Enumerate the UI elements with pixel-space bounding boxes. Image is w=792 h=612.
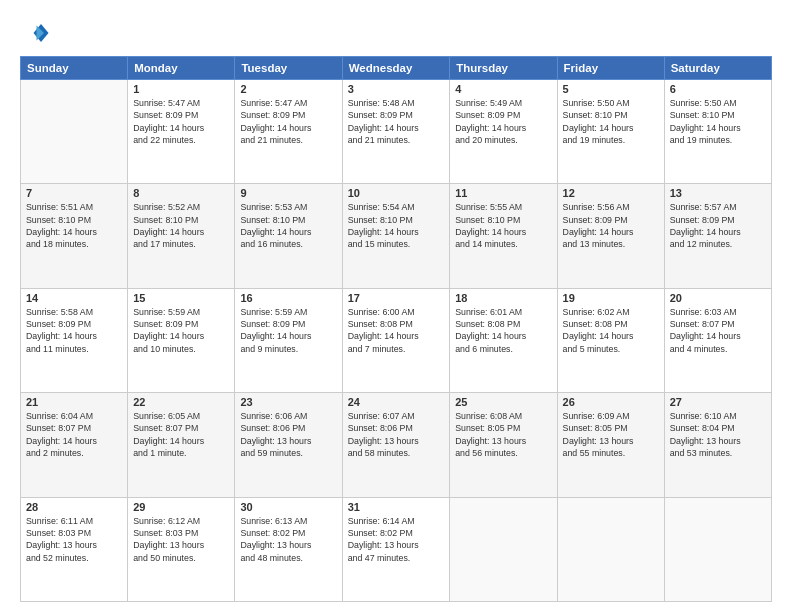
day-info: Sunrise: 6:12 AM Sunset: 8:03 PM Dayligh… [133, 515, 229, 564]
day-cell: 17Sunrise: 6:00 AM Sunset: 8:08 PM Dayli… [342, 288, 450, 392]
day-number: 2 [240, 83, 336, 95]
day-cell: 12Sunrise: 5:56 AM Sunset: 8:09 PM Dayli… [557, 184, 664, 288]
week-row-0: 1Sunrise: 5:47 AM Sunset: 8:09 PM Daylig… [21, 80, 772, 184]
day-cell: 16Sunrise: 5:59 AM Sunset: 8:09 PM Dayli… [235, 288, 342, 392]
day-number: 13 [670, 187, 766, 199]
day-info: Sunrise: 5:52 AM Sunset: 8:10 PM Dayligh… [133, 201, 229, 250]
day-info: Sunrise: 6:05 AM Sunset: 8:07 PM Dayligh… [133, 410, 229, 459]
day-cell: 10Sunrise: 5:54 AM Sunset: 8:10 PM Dayli… [342, 184, 450, 288]
day-number: 12 [563, 187, 659, 199]
day-info: Sunrise: 5:51 AM Sunset: 8:10 PM Dayligh… [26, 201, 122, 250]
logo [20, 18, 54, 48]
day-number: 26 [563, 396, 659, 408]
day-number: 20 [670, 292, 766, 304]
header-day-monday: Monday [128, 57, 235, 80]
day-cell: 3Sunrise: 5:48 AM Sunset: 8:09 PM Daylig… [342, 80, 450, 184]
day-cell: 19Sunrise: 6:02 AM Sunset: 8:08 PM Dayli… [557, 288, 664, 392]
day-number: 31 [348, 501, 445, 513]
day-number: 9 [240, 187, 336, 199]
day-number: 28 [26, 501, 122, 513]
day-number: 30 [240, 501, 336, 513]
day-cell: 30Sunrise: 6:13 AM Sunset: 8:02 PM Dayli… [235, 497, 342, 601]
header-day-saturday: Saturday [664, 57, 771, 80]
day-cell: 21Sunrise: 6:04 AM Sunset: 8:07 PM Dayli… [21, 393, 128, 497]
day-info: Sunrise: 6:06 AM Sunset: 8:06 PM Dayligh… [240, 410, 336, 459]
day-cell: 22Sunrise: 6:05 AM Sunset: 8:07 PM Dayli… [128, 393, 235, 497]
day-cell: 13Sunrise: 5:57 AM Sunset: 8:09 PM Dayli… [664, 184, 771, 288]
day-cell: 29Sunrise: 6:12 AM Sunset: 8:03 PM Dayli… [128, 497, 235, 601]
day-number: 18 [455, 292, 551, 304]
day-number: 6 [670, 83, 766, 95]
day-number: 7 [26, 187, 122, 199]
day-info: Sunrise: 6:11 AM Sunset: 8:03 PM Dayligh… [26, 515, 122, 564]
day-number: 27 [670, 396, 766, 408]
day-number: 17 [348, 292, 445, 304]
day-number: 3 [348, 83, 445, 95]
day-info: Sunrise: 5:59 AM Sunset: 8:09 PM Dayligh… [133, 306, 229, 355]
day-number: 10 [348, 187, 445, 199]
day-number: 22 [133, 396, 229, 408]
day-cell: 27Sunrise: 6:10 AM Sunset: 8:04 PM Dayli… [664, 393, 771, 497]
day-number: 23 [240, 396, 336, 408]
day-cell: 28Sunrise: 6:11 AM Sunset: 8:03 PM Dayli… [21, 497, 128, 601]
day-info: Sunrise: 6:01 AM Sunset: 8:08 PM Dayligh… [455, 306, 551, 355]
day-number: 29 [133, 501, 229, 513]
day-info: Sunrise: 6:10 AM Sunset: 8:04 PM Dayligh… [670, 410, 766, 459]
day-info: Sunrise: 6:09 AM Sunset: 8:05 PM Dayligh… [563, 410, 659, 459]
week-row-1: 7Sunrise: 5:51 AM Sunset: 8:10 PM Daylig… [21, 184, 772, 288]
day-number: 19 [563, 292, 659, 304]
page: SundayMondayTuesdayWednesdayThursdayFrid… [0, 0, 792, 612]
day-cell: 15Sunrise: 5:59 AM Sunset: 8:09 PM Dayli… [128, 288, 235, 392]
day-info: Sunrise: 5:47 AM Sunset: 8:09 PM Dayligh… [240, 97, 336, 146]
day-number: 24 [348, 396, 445, 408]
day-cell: 25Sunrise: 6:08 AM Sunset: 8:05 PM Dayli… [450, 393, 557, 497]
day-info: Sunrise: 5:59 AM Sunset: 8:09 PM Dayligh… [240, 306, 336, 355]
logo-icon [20, 18, 50, 48]
day-cell: 9Sunrise: 5:53 AM Sunset: 8:10 PM Daylig… [235, 184, 342, 288]
day-info: Sunrise: 5:57 AM Sunset: 8:09 PM Dayligh… [670, 201, 766, 250]
day-number: 11 [455, 187, 551, 199]
day-info: Sunrise: 5:49 AM Sunset: 8:09 PM Dayligh… [455, 97, 551, 146]
header-day-wednesday: Wednesday [342, 57, 450, 80]
day-cell [21, 80, 128, 184]
calendar-table: SundayMondayTuesdayWednesdayThursdayFrid… [20, 56, 772, 602]
day-cell: 7Sunrise: 5:51 AM Sunset: 8:10 PM Daylig… [21, 184, 128, 288]
day-cell: 4Sunrise: 5:49 AM Sunset: 8:09 PM Daylig… [450, 80, 557, 184]
day-info: Sunrise: 5:53 AM Sunset: 8:10 PM Dayligh… [240, 201, 336, 250]
day-cell: 5Sunrise: 5:50 AM Sunset: 8:10 PM Daylig… [557, 80, 664, 184]
day-number: 25 [455, 396, 551, 408]
day-info: Sunrise: 6:08 AM Sunset: 8:05 PM Dayligh… [455, 410, 551, 459]
day-number: 1 [133, 83, 229, 95]
day-cell: 24Sunrise: 6:07 AM Sunset: 8:06 PM Dayli… [342, 393, 450, 497]
day-info: Sunrise: 6:07 AM Sunset: 8:06 PM Dayligh… [348, 410, 445, 459]
day-info: Sunrise: 6:13 AM Sunset: 8:02 PM Dayligh… [240, 515, 336, 564]
week-row-3: 21Sunrise: 6:04 AM Sunset: 8:07 PM Dayli… [21, 393, 772, 497]
day-info: Sunrise: 5:48 AM Sunset: 8:09 PM Dayligh… [348, 97, 445, 146]
day-number: 21 [26, 396, 122, 408]
day-info: Sunrise: 6:03 AM Sunset: 8:07 PM Dayligh… [670, 306, 766, 355]
week-row-2: 14Sunrise: 5:58 AM Sunset: 8:09 PM Dayli… [21, 288, 772, 392]
header-day-friday: Friday [557, 57, 664, 80]
day-info: Sunrise: 5:58 AM Sunset: 8:09 PM Dayligh… [26, 306, 122, 355]
day-cell: 14Sunrise: 5:58 AM Sunset: 8:09 PM Dayli… [21, 288, 128, 392]
day-number: 15 [133, 292, 229, 304]
day-cell: 1Sunrise: 5:47 AM Sunset: 8:09 PM Daylig… [128, 80, 235, 184]
day-info: Sunrise: 5:55 AM Sunset: 8:10 PM Dayligh… [455, 201, 551, 250]
week-row-4: 28Sunrise: 6:11 AM Sunset: 8:03 PM Dayli… [21, 497, 772, 601]
day-info: Sunrise: 5:56 AM Sunset: 8:09 PM Dayligh… [563, 201, 659, 250]
day-number: 14 [26, 292, 122, 304]
header-row: SundayMondayTuesdayWednesdayThursdayFrid… [21, 57, 772, 80]
day-cell: 6Sunrise: 5:50 AM Sunset: 8:10 PM Daylig… [664, 80, 771, 184]
header-day-sunday: Sunday [21, 57, 128, 80]
day-info: Sunrise: 5:50 AM Sunset: 8:10 PM Dayligh… [563, 97, 659, 146]
day-cell: 8Sunrise: 5:52 AM Sunset: 8:10 PM Daylig… [128, 184, 235, 288]
day-number: 5 [563, 83, 659, 95]
day-info: Sunrise: 5:54 AM Sunset: 8:10 PM Dayligh… [348, 201, 445, 250]
header-day-thursday: Thursday [450, 57, 557, 80]
header [20, 18, 772, 48]
day-cell: 23Sunrise: 6:06 AM Sunset: 8:06 PM Dayli… [235, 393, 342, 497]
day-cell: 11Sunrise: 5:55 AM Sunset: 8:10 PM Dayli… [450, 184, 557, 288]
day-cell: 20Sunrise: 6:03 AM Sunset: 8:07 PM Dayli… [664, 288, 771, 392]
header-day-tuesday: Tuesday [235, 57, 342, 80]
day-cell: 31Sunrise: 6:14 AM Sunset: 8:02 PM Dayli… [342, 497, 450, 601]
